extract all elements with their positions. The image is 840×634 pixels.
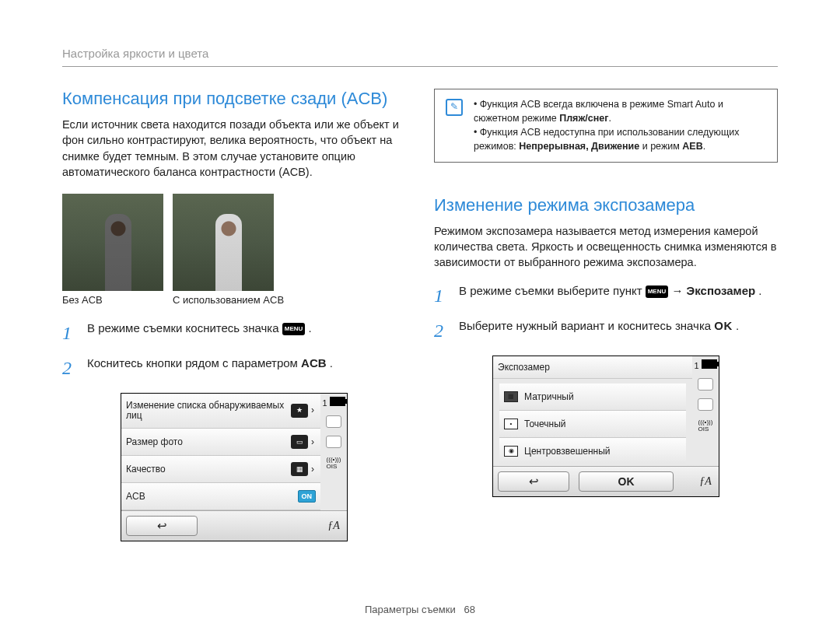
footer-page-number: 68 [464, 604, 475, 615]
photo-without-acb [62, 194, 163, 291]
ois-icon: (((•)))OIS [698, 419, 713, 433]
note-item-1: Функция ACB всегда включена в режиме Sma… [474, 97, 766, 125]
aperture-label: ƒA [320, 520, 347, 532]
step2-text-post: . [330, 356, 333, 370]
metering-option-center[interactable]: ◉ Центровзвешенный [499, 438, 686, 464]
step-number: 2 [434, 317, 448, 345]
cam-row-label: Размер фото [126, 436, 291, 447]
step2-text-post: . [736, 319, 739, 332]
metering-step-2: 2 Выберите нужный вариант и коснитесь зн… [434, 317, 778, 345]
cam-top-number: 1 [322, 398, 327, 408]
indicator-icon [326, 415, 341, 428]
ok-label: OK [714, 319, 733, 332]
step1-bold: Экспозамер [687, 284, 756, 297]
ois-icon: (((•)))OIS [327, 456, 341, 470]
faces-icon: ★ [291, 404, 308, 418]
acb-intro: Если источник света находится позади объ… [62, 117, 406, 180]
caption-without-acb: Без ACB [62, 294, 163, 306]
cam-row-label: Изменение списка обнаруживаемых лиц [126, 401, 291, 421]
metering-option-spot[interactable]: • Точечный [499, 411, 686, 438]
indicator-icon [326, 436, 341, 448]
step2-bold: ACB [301, 356, 327, 370]
cam-row-faces[interactable]: Изменение списка обнаруживаемых лиц ★ › [121, 394, 320, 429]
back-button[interactable]: ↩ [126, 516, 198, 536]
cam-row-label: ACB [126, 491, 298, 502]
step2-text-pre: Выберите нужный вариант и коснитесь знач… [459, 319, 714, 332]
metering-heading: Изменение режима экспозамера [434, 195, 778, 215]
chevron-right-icon: › [310, 436, 316, 447]
indicator-icon [698, 378, 713, 391]
acb-camera-ui: Изменение списка обнаруживаемых лиц ★ › … [121, 393, 348, 541]
acb-photo-row [62, 194, 406, 291]
chevron-right-icon: › [310, 464, 316, 475]
metering-option-matrix[interactable]: ▦ Матричный [499, 384, 686, 411]
info-icon: ✎ [446, 99, 463, 116]
note-item-2: Функция ACB недоступна при использовании… [474, 125, 766, 153]
cam-option-label: Точечный [524, 419, 566, 429]
acb-captions: Без ACB С использованием ACB [62, 294, 406, 306]
photosize-icon: ▭ [291, 435, 308, 449]
step1-text-pre: В режиме съемки выберите пункт [459, 284, 646, 297]
aperture-label: ƒA [692, 475, 719, 488]
cam-row-quality[interactable]: Качество ▦ › [121, 456, 320, 483]
cam-row-label: Качество [126, 464, 291, 475]
left-column: Компенсация при подсветке сзади (ACB) Ес… [62, 89, 406, 541]
matrix-icon: ▦ [504, 391, 518, 402]
acb-step-1: 1 В режиме съемки коснитесь значка MENU … [62, 320, 406, 347]
metering-camera-ui: Экспозамер ▦ Матричный • Точеч [492, 356, 719, 497]
acb-heading: Компенсация при подсветке сзади (ACB) [62, 89, 406, 109]
cam-row-photosize[interactable]: Размер фото ▭ › [121, 429, 320, 456]
center-weighted-icon: ◉ [504, 446, 518, 457]
menu-icon: MENU [646, 285, 669, 298]
step1-text-post: . [308, 321, 311, 335]
cam-option-label: Матричный [524, 391, 574, 402]
cam-option-label: Центровзвешенный [524, 446, 611, 457]
acb-note-box: ✎ Функция ACB всегда включена в режиме S… [434, 89, 778, 163]
cam-side-indicators: 1 (((•)))OIS [692, 356, 719, 466]
step2-text-pre: Коснитесь кнопки рядом с параметром [87, 356, 301, 370]
metering-intro: Режимом экспозамера называется метод изм… [434, 223, 778, 271]
chevron-right-icon: › [310, 405, 316, 415]
step-number: 1 [434, 282, 448, 310]
step1-text-post: . [758, 284, 761, 297]
back-button[interactable]: ↩ [498, 471, 569, 492]
acb-on-toggle[interactable]: ON [298, 490, 317, 503]
spot-icon: • [504, 419, 518, 429]
cam-title: Экспозамер [498, 362, 550, 373]
page-footer: Параметры съемки 68 [0, 604, 840, 615]
step-number: 1 [62, 320, 76, 347]
photo-with-acb [173, 194, 274, 291]
cam-row-acb[interactable]: ACB ON [121, 483, 320, 510]
step-number: 2 [62, 355, 76, 382]
caption-with-acb: С использованием ACB [173, 294, 284, 306]
quality-icon: ▦ [291, 462, 308, 476]
battery-icon [330, 397, 345, 406]
battery-icon [702, 359, 717, 369]
ok-button[interactable]: OK [579, 471, 674, 492]
metering-step-1: 1 В режиме съемки выберите пункт MENU → … [434, 282, 778, 310]
indicator-icon [698, 398, 713, 411]
cam-top-number: 1 [694, 361, 698, 370]
menu-icon: MENU [282, 323, 306, 335]
breadcrumb: Настройка яркости и цвета [62, 47, 778, 67]
step1-arrow: → [671, 284, 686, 297]
footer-section-label: Параметры съемки [365, 604, 456, 615]
step1-text-pre: В режиме съемки коснитесь значка [87, 321, 282, 335]
cam-side-indicators: 1 (((•)))OIS [320, 394, 347, 510]
acb-step-2: 2 Коснитесь кнопки рядом с параметром AC… [62, 355, 406, 382]
right-column: ✎ Функция ACB всегда включена в режиме S… [434, 89, 778, 541]
